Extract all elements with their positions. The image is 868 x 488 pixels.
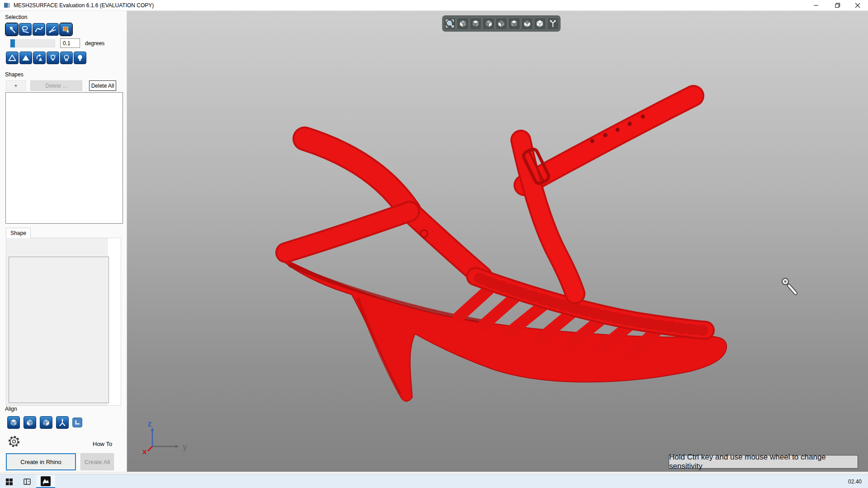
task-view-icon [23,477,32,486]
triangle-outline-icon [8,53,17,62]
shapes-section-label: Shapes [5,71,24,78]
view-right-button[interactable] [482,18,494,30]
box-select-button[interactable] [60,23,72,36]
curve-select-icon [34,25,43,34]
invert-selection-icon [35,53,44,62]
box-select-icon [61,25,71,34]
close-button[interactable] [847,0,868,11]
view-top-button[interactable] [508,18,520,30]
view-front-icon [458,19,467,28]
shape-properties-box [9,257,109,403]
window-title: MESH2SURFACE Evaluation 6.1.6 (EVALUATIO… [14,2,154,9]
delete-all-shapes-button[interactable]: Delete All [89,80,116,91]
view-top-icon [509,19,519,28]
view-bottom-icon [523,19,532,28]
taskbar-clock: 02.40 [848,479,862,485]
align-axes-icon [58,418,67,427]
bulb-outline-button[interactable] [60,52,73,64]
viewport-3d[interactable]: Hold Ctrl key and use mouse wheel to cha… [127,11,868,472]
create-all-button[interactable]: Create All [80,453,114,470]
align-cube-half-button[interactable] [24,416,36,429]
create-in-rhino-button[interactable]: Create in Rhino [6,453,76,470]
minimize-icon [806,0,826,11]
windows-logo-icon [5,478,14,486]
align-cube-top-button[interactable] [7,416,20,429]
sensitivity-slider-track[interactable] [10,39,55,47]
view-front-button[interactable] [457,18,468,30]
restore-button[interactable] [826,0,847,11]
selection-tools-row1 [5,23,72,36]
view-isometric-button[interactable] [534,18,546,30]
invert-selection-button[interactable] [33,52,46,64]
application-window: MESH2SURFACE Evaluation 6.1.6 (EVALUATIO… [0,0,868,488]
bulb-rays-button[interactable] [47,52,59,64]
align-cube-top-icon [9,418,18,427]
bulb-rays-icon [48,53,57,62]
gear-icon[interactable] [7,435,21,448]
view-back-icon [471,19,480,28]
brush-select-button[interactable] [5,23,18,36]
zoom-extents-button[interactable] [547,18,559,30]
shape-panel [6,238,121,406]
shape-panel-scrollbar[interactable] [108,238,121,405]
align-cube-face-icon [42,418,51,427]
minimize-button[interactable] [806,0,826,11]
sensitivity-unit-label: degrees [85,40,104,47]
triangle-filled-select-button[interactable] [19,52,32,64]
view-right-icon [484,19,493,28]
mesh2surface-app-icon [40,476,51,487]
curve-select-button[interactable] [33,23,45,36]
shapes-list[interactable] [5,92,123,224]
align-section-label: Align [5,406,17,412]
bulb-filled-button[interactable] [74,52,86,64]
view-back-button[interactable] [470,18,481,30]
selection-tools-row2 [6,52,86,64]
task-view-button[interactable] [18,475,36,488]
start-button[interactable] [0,475,18,488]
app-icon [4,2,11,9]
selection-section-label: Selection [5,14,27,20]
sensitivity-slider-handle[interactable] [10,39,15,47]
zoom-fit-model-icon [445,19,454,28]
view-isometric-icon [535,19,544,28]
taskbar: 02.40 [0,474,868,488]
triangle-outline-select-button[interactable] [6,52,19,64]
align-corner-button[interactable] [72,418,82,427]
bulb-outline-icon [62,53,71,62]
angle-select-button[interactable] [46,23,59,36]
zoom-extents-icon [548,19,557,28]
restore-icon [826,0,847,11]
lasso-select-icon [21,25,30,34]
bulb-filled-icon [75,53,85,62]
triangle-filled-icon [21,53,30,62]
view-left-icon [497,19,506,28]
sensitivity-input[interactable] [60,38,80,48]
sensitivity-tooltip: Hold Ctrl key and use mouse wheel to cha… [669,455,858,469]
align-cube-half-icon [25,418,34,427]
brush-select-icon [7,25,16,34]
left-panel: Selection [0,11,127,472]
view-bottom-button[interactable] [521,18,533,30]
close-icon [847,0,868,11]
how-to-link[interactable]: How To [93,441,112,447]
shape-tab[interactable]: Shape [6,228,31,238]
align-axes-button[interactable] [56,416,69,429]
align-cube-face-button[interactable] [40,416,52,429]
align-tools-row [7,416,82,429]
viewport-toolbar [442,15,561,32]
delete-shape-button[interactable]: Delete ... [30,80,82,91]
align-corner-icon [74,419,81,426]
zoom-fit-model-button[interactable] [444,18,456,30]
title-bar: MESH2SURFACE Evaluation 6.1.6 (EVALUATIO… [0,0,868,11]
angle-select-icon [48,25,57,34]
lasso-select-button[interactable] [19,23,32,36]
taskbar-mesh2surface-app[interactable] [36,475,55,488]
view-left-button[interactable] [495,18,507,30]
add-shape-button[interactable]: + [6,80,26,91]
